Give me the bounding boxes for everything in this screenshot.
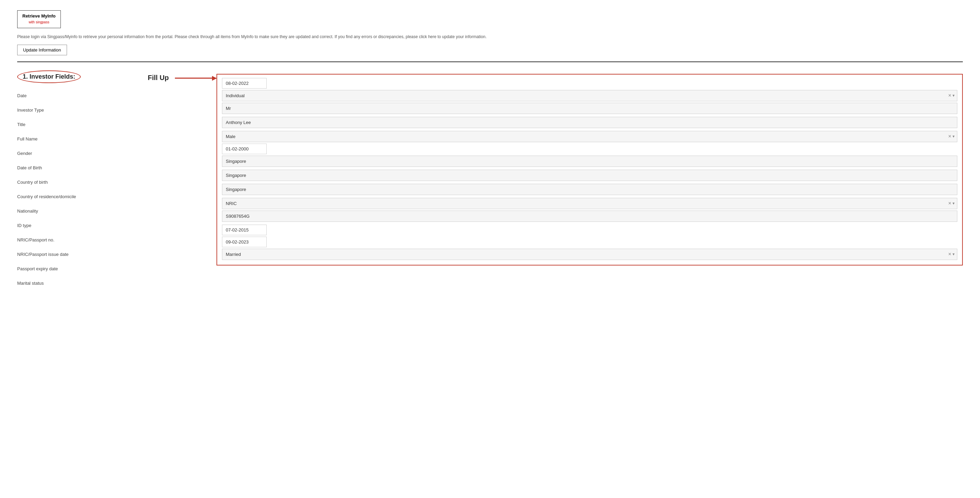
form-layout: 1. Investor Fields: DateInvestor TypeTit… bbox=[17, 70, 963, 290]
text-input-7[interactable] bbox=[222, 170, 957, 181]
field-label-6: Country of birth bbox=[17, 175, 148, 190]
date-input-12[interactable] bbox=[222, 236, 267, 247]
labels-list: DateInvestor TypeTitleFull NameGenderDat… bbox=[17, 89, 148, 290]
info-text: Please login via Singpass/Myinfo to retr… bbox=[17, 34, 963, 40]
text-input-3[interactable] bbox=[222, 117, 957, 128]
retrieve-main-label: Retrieve MyInfo bbox=[22, 13, 56, 19]
text-input-10[interactable] bbox=[222, 211, 957, 222]
field-label-4: Gender bbox=[17, 146, 148, 161]
date-input-0[interactable] bbox=[222, 78, 267, 89]
field-label-10: NRIC/Passport no. bbox=[17, 233, 148, 247]
field-row-8 bbox=[222, 184, 957, 197]
text-input-8[interactable] bbox=[222, 184, 957, 195]
field-row-0 bbox=[222, 78, 957, 89]
field-label-5: Date of Birth bbox=[17, 161, 148, 175]
section-title: 1. Investor Fields: bbox=[17, 70, 81, 83]
retrieve-myinfo-button[interactable]: Retrieve MyInfo with singpass bbox=[17, 10, 61, 28]
update-information-button[interactable]: Update Information bbox=[17, 44, 67, 55]
field-label-11: NRIC/Passport issue date bbox=[17, 247, 148, 262]
text-input-2[interactable] bbox=[222, 103, 957, 114]
select-input-9[interactable]: NRIC bbox=[222, 198, 957, 209]
field-row-2 bbox=[222, 103, 957, 116]
select-wrapper-9: NRIC✕ ▾ bbox=[222, 198, 957, 209]
text-input-6[interactable] bbox=[222, 155, 957, 167]
field-row-7 bbox=[222, 170, 957, 182]
field-row-10 bbox=[222, 211, 957, 223]
select-input-1[interactable]: Individual bbox=[222, 90, 957, 102]
field-row-11 bbox=[222, 225, 957, 235]
fields-column: Individual✕ ▾Male✕ ▾NRIC✕ ▾Married✕ ▾ bbox=[216, 74, 963, 265]
arrow-right-icon bbox=[175, 78, 216, 79]
field-row-3 bbox=[222, 117, 957, 130]
field-label-3: Full Name bbox=[17, 132, 148, 146]
field-label-13: Marital status bbox=[17, 276, 148, 290]
labels-column: 1. Investor Fields: DateInvestor TypeTit… bbox=[17, 70, 148, 290]
field-row-9: NRIC✕ ▾ bbox=[222, 198, 957, 209]
select-wrapper-1: Individual✕ ▾ bbox=[222, 90, 957, 102]
page-container: Retrieve MyInfo with singpass Please log… bbox=[0, 0, 980, 498]
field-row-13: Married✕ ▾ bbox=[222, 249, 957, 260]
date-input-11[interactable] bbox=[222, 225, 267, 235]
fill-up-area: Fill Up Individual✕ ▾Male✕ ▾NRIC✕ ▾Marri… bbox=[148, 70, 963, 265]
select-wrapper-13: Married✕ ▾ bbox=[222, 249, 957, 260]
field-row-4: Male✕ ▾ bbox=[222, 131, 957, 142]
fields-list: Individual✕ ▾Male✕ ▾NRIC✕ ▾Married✕ ▾ bbox=[222, 78, 957, 260]
fill-up-text: Fill Up bbox=[148, 74, 169, 82]
field-row-1: Individual✕ ▾ bbox=[222, 90, 957, 102]
fill-up-label-container: Fill Up bbox=[148, 74, 216, 82]
field-label-1: Investor Type bbox=[17, 103, 148, 117]
select-wrapper-4: Male✕ ▾ bbox=[222, 131, 957, 142]
field-label-12: Passport expiry date bbox=[17, 262, 148, 276]
retrieve-btn-container: Retrieve MyInfo with singpass bbox=[17, 10, 963, 28]
field-label-2: Title bbox=[17, 117, 148, 132]
field-label-8: Nationality bbox=[17, 204, 148, 219]
select-input-13[interactable]: Married bbox=[222, 249, 957, 260]
field-row-6 bbox=[222, 155, 957, 168]
field-label-9: ID type bbox=[17, 219, 148, 233]
select-input-4[interactable]: Male bbox=[222, 131, 957, 142]
retrieve-sub-label: with singpass bbox=[29, 20, 49, 24]
field-row-5 bbox=[222, 144, 957, 154]
section-divider bbox=[17, 62, 963, 62]
date-input-5[interactable] bbox=[222, 144, 267, 154]
field-label-0: Date bbox=[17, 89, 148, 103]
field-row-12 bbox=[222, 236, 957, 247]
field-label-7: Country of residence/domicile bbox=[17, 190, 148, 204]
